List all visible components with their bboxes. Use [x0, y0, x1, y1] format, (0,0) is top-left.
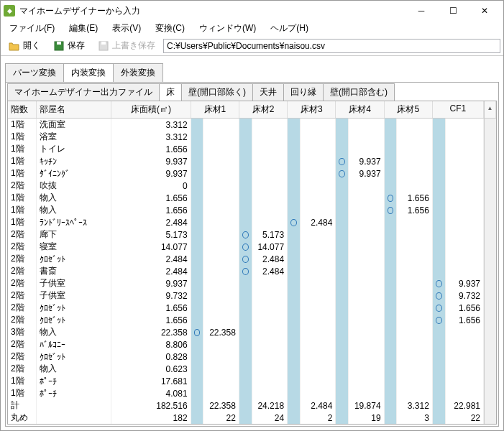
table-row[interactable]: 1階ﾎﾟｰﾁ17.681	[8, 375, 496, 387]
scroll-track[interactable]	[484, 338, 496, 351]
cell-mat1-mark	[191, 289, 204, 302]
cell-mat4-value	[349, 314, 384, 326]
save-button[interactable]: 保存	[48, 37, 90, 54]
col-header-room[interactable]: 部屋名	[37, 101, 112, 118]
path-input[interactable]	[163, 39, 500, 53]
table-row[interactable]: 1階物入1.6561.656	[8, 192, 496, 204]
table-row[interactable]: 2階寝室14.07714.077	[8, 241, 496, 253]
scroll-track[interactable]	[484, 253, 496, 265]
cell-mat1-value	[203, 155, 239, 167]
scroll-track[interactable]	[484, 155, 496, 167]
tab-parts[interactable]: パーツ変換	[5, 63, 64, 82]
tab-wall-include[interactable]: 壁(開口部含む)	[323, 83, 395, 101]
data-grid[interactable]: 階数 部屋名 床面積(㎡) 床材1 床材2 床材3 床材4 床材5 CF1 ▲ …	[7, 101, 497, 425]
col-header-mat3[interactable]: 床材3	[288, 101, 336, 118]
table-row[interactable]: 2階ｸﾛｾﾞｯﾄ2.4842.484	[8, 253, 496, 265]
scroll-track[interactable]	[484, 302, 496, 314]
col-header-cf1[interactable]: CF1	[433, 101, 484, 118]
table-row[interactable]: 1階ﾗﾝﾄﾞﾘｰｽﾍﾟｰｽ2.4842.484	[8, 216, 496, 228]
tab-floor[interactable]: 床	[159, 83, 182, 101]
scroll-track[interactable]	[484, 351, 496, 363]
cell-mat4-mark	[336, 204, 349, 216]
table-row[interactable]: 2階吹抜0	[8, 180, 496, 192]
menu-window[interactable]: ウィンドウ(W)	[193, 21, 262, 36]
scroll-up-button[interactable]: ▲	[484, 101, 496, 118]
menu-help[interactable]: ヘルプ(H)	[265, 21, 314, 36]
scroll-track[interactable]	[484, 228, 496, 241]
col-header-floor[interactable]: 階数	[8, 101, 37, 118]
cell-mat1-value	[203, 143, 239, 155]
scroll-track[interactable]	[484, 399, 496, 412]
scroll-track[interactable]	[484, 131, 496, 143]
menu-file[interactable]: ファイル(F)	[4, 21, 60, 36]
minimize-button[interactable]: ─	[406, 1, 437, 21]
cell-mat3-value	[301, 119, 336, 131]
scroll-track[interactable]	[484, 363, 496, 375]
scroll-track[interactable]	[484, 143, 496, 155]
table-row[interactable]: 1階浴室3.312	[8, 131, 496, 143]
table-row[interactable]: 1階洗面室3.312	[8, 119, 496, 131]
scroll-track[interactable]	[484, 277, 496, 289]
tab-exterior[interactable]: 外装変換	[113, 63, 163, 82]
table-row[interactable]: 1階トイレ1.656	[8, 143, 496, 155]
col-header-mat2[interactable]: 床材2	[239, 101, 288, 118]
col-header-area[interactable]: 床面積(㎡)	[111, 101, 191, 118]
cell-mat3-value	[301, 167, 336, 180]
table-row[interactable]: 2階物入0.623	[8, 363, 496, 375]
cell-floor: 1階	[8, 192, 37, 204]
cell-mat2-mark	[239, 289, 252, 302]
table-row[interactable]: 1階ﾎﾟｰﾁ4.081	[8, 387, 496, 399]
scroll-track[interactable]	[484, 326, 496, 338]
table-row[interactable]: 2階ｸﾛｾﾞｯﾄ1.6561.656	[8, 302, 496, 314]
open-button[interactable]: 開く	[4, 37, 45, 54]
close-window-button[interactable]: ✕	[469, 1, 500, 21]
tab-interior[interactable]: 内装変換	[63, 63, 114, 82]
scroll-track[interactable]	[484, 216, 496, 228]
table-row[interactable]: 1階物入1.6561.656	[8, 204, 496, 216]
maximize-button[interactable]: ☐	[437, 1, 469, 21]
cell-mat1-value	[203, 216, 239, 228]
scroll-track[interactable]	[484, 265, 496, 277]
table-row[interactable]: 1階ｷｯﾁﾝ9.9379.937	[8, 155, 496, 167]
tab-wall-exclude[interactable]: 壁(開口部除く)	[181, 83, 253, 101]
menu-view[interactable]: 表示(V)	[106, 21, 147, 36]
scroll-track[interactable]	[484, 375, 496, 387]
scroll-track[interactable]	[484, 387, 496, 399]
col-header-mat4[interactable]: 床材4	[336, 101, 384, 118]
table-row[interactable]: 3階物入22.35822.358	[8, 326, 496, 338]
scroll-track[interactable]	[484, 167, 496, 180]
col-header-mat1[interactable]: 床材1	[191, 101, 239, 118]
table-row[interactable]: 2階子供室9.9379.937	[8, 277, 496, 289]
table-row[interactable]: 2階子供室9.7329.732	[8, 289, 496, 302]
cell-mat4-mark	[336, 143, 349, 155]
cell-mat4-mark	[336, 180, 349, 192]
scroll-track[interactable]	[484, 412, 496, 424]
cell-mat4-mark	[336, 241, 349, 253]
table-row[interactable]: 丸め1822224219322	[8, 412, 496, 424]
table-row[interactable]: 2階ｸﾛｾﾞｯﾄ1.6561.656	[8, 314, 496, 326]
cell-mat4-mark	[336, 265, 349, 277]
scroll-track[interactable]	[484, 192, 496, 204]
scroll-track[interactable]	[484, 180, 496, 192]
scroll-track[interactable]	[484, 204, 496, 216]
tab-output[interactable]: マイホームデザイナー出力ファイル	[7, 83, 160, 101]
table-row[interactable]: 計182.51622.35824.2182.48419.8743.31222.9…	[8, 399, 496, 412]
table-row[interactable]: 2階書斎2.4842.484	[8, 265, 496, 277]
tab-molding[interactable]: 回り縁	[283, 83, 324, 101]
scroll-track[interactable]	[484, 314, 496, 326]
menu-edit[interactable]: 編集(E)	[63, 21, 104, 36]
scroll-track[interactable]	[484, 289, 496, 302]
table-row[interactable]: 2階廊下5.1735.173	[8, 228, 496, 241]
cell-mat2-value	[252, 314, 288, 326]
table-row[interactable]: 2階ﾊﾞﾙｺﾆｰ8.806	[8, 338, 496, 351]
menu-convert[interactable]: 変換(C)	[150, 21, 191, 36]
col-header-mat5[interactable]: 床材5	[385, 101, 433, 118]
cell-mat5-value	[397, 265, 432, 277]
scroll-track[interactable]	[484, 241, 496, 253]
table-row[interactable]: 1階ﾀﾞｲﾆﾝｸﾞ9.9379.937	[8, 167, 496, 180]
tab-ceiling[interactable]: 天井	[252, 83, 284, 101]
table-row[interactable]: 2階ｸﾛｾﾞｯﾄ0.828	[8, 351, 496, 363]
scroll-track[interactable]	[484, 119, 496, 131]
cell-mat5-value	[397, 363, 432, 375]
cell-mat1-mark	[191, 228, 204, 241]
